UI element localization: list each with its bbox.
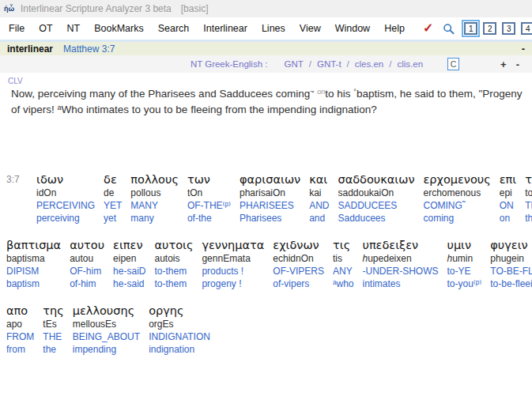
interlinear-word[interactable]: αυτουautouOF-himof-him (70, 238, 104, 290)
menu-file[interactable]: File (2, 23, 32, 34)
word-en: of-the (187, 212, 231, 225)
word-gl: AND (309, 199, 329, 212)
menu-bookmarks[interactable]: BookMarks (87, 23, 151, 34)
interlinear-word[interactable]: εχιδνωνechidnOnOF-VIPERSof-vipers (273, 238, 324, 290)
c-toggle-button[interactable]: C (447, 58, 459, 70)
interlinear-word[interactable]: ερχομενουςerchomenousCOMING˜coming (424, 172, 491, 225)
view-button-2[interactable]: 2 (483, 22, 496, 35)
word-gk: ερχομενους (424, 172, 491, 187)
interlinear-word[interactable]: πολλουςpollousMANYmany (130, 172, 179, 225)
interlinear-grid: 3:7ιδωνidOnPERCEIVINGperceivingδεdeYETye… (6, 172, 532, 356)
interlinear-word[interactable]: υπεδειξενhupedeixen-UNDER-SHOWSintimates (363, 238, 439, 290)
word-tr: pharisaiOn (240, 187, 300, 199)
source-separator: / (389, 59, 391, 69)
menu-interlinear[interactable]: Interlinear (196, 23, 255, 34)
menu-view[interactable]: View (292, 23, 328, 34)
word-tr: echidnOn (273, 253, 324, 265)
interlinear-word[interactable]: καιkaiANDand (309, 172, 329, 225)
word-tr: tOn (187, 187, 231, 199)
word-gk: αυτου (70, 238, 104, 253)
menu-help[interactable]: Help (377, 23, 412, 34)
word-gk: των (187, 172, 231, 187)
source-gnt-t[interactable]: GNT-t (317, 59, 341, 69)
interlinear-word[interactable]: τοtoTHEthe (525, 172, 532, 225)
check-icon[interactable]: ✓ (423, 22, 433, 35)
interlinear-row: αποapoFROMfromτηςtEsTHEtheμελλουσηςmello… (6, 304, 532, 356)
interlinear-word[interactable]: φυγεινphugeinTO-BE-FLEEINGto-be-fleeing (490, 238, 532, 290)
interlinear-word[interactable]: ιδωνidOnPERCEIVINGperceiving (36, 172, 95, 225)
word-gl: TO-BE-FLEEING (490, 265, 532, 277)
word-gk: ιδων (36, 172, 95, 187)
word-tr: tis (333, 253, 353, 265)
word-en: of-him (70, 277, 104, 290)
menu-ot[interactable]: OT (32, 23, 59, 34)
zoom-out-button[interactable]: - (511, 58, 524, 70)
word-en: yet (104, 212, 122, 225)
current-reference[interactable]: Matthew 3:7 (63, 43, 115, 55)
interlinear-word[interactable]: οργηςorgEsINDIGNATIONindignation (149, 304, 210, 356)
interlinear-word[interactable]: τιςtisANYᵃwho (333, 238, 353, 290)
word-gk: απο (6, 304, 34, 319)
interlinear-word[interactable]: τωνtOnOF-THE⁽ᵖ⁾of-the (187, 172, 231, 225)
word-tr: humin (447, 253, 482, 265)
window-title: Interlinear Scripture Analyzer 3 beta (21, 3, 172, 14)
word-gk: βαπτισμα (6, 238, 61, 253)
zoom-in-button[interactable]: + (496, 58, 511, 70)
source-gnt[interactable]: GNT (284, 59, 303, 69)
interlinear-word[interactable]: τηςtEsTHEthe (43, 304, 63, 356)
word-gk: υπεδειξεν (363, 238, 439, 253)
word-gl: ANY (333, 265, 353, 277)
interlinear-word[interactable]: υμινhuminto-YEto-you⁽ᵖ⁾ (447, 238, 482, 290)
word-gl: PERCEIVING (36, 199, 95, 212)
word-en: the (525, 212, 532, 225)
word-tr: orgEs (149, 319, 210, 330)
interlinear-word[interactable]: αποapoFROMfrom (6, 304, 34, 356)
source-separator: / (309, 59, 311, 69)
word-en: indignation (149, 343, 210, 356)
word-tr: tEs (43, 319, 63, 330)
interlinear-word[interactable]: φαρισαιωνpharisaiOnPHARISEESPharisees (240, 172, 300, 225)
word-gl: INDIGNATION (149, 330, 210, 343)
word-gl: OF-VIPERS (273, 265, 324, 277)
interlinear-word[interactable]: αυτοιςautoisto-themto-them (154, 238, 193, 290)
interlinear-word[interactable]: δεdeYETyet (104, 172, 122, 225)
word-tr: phugein (490, 253, 532, 265)
interlinear-word[interactable]: βαπτισμαbaptismaDIPISMbaptism (6, 238, 61, 290)
word-gk: ειπεν (113, 238, 145, 253)
word-tr: mellousEs (73, 319, 140, 330)
interlinear-word[interactable]: γεννηματαgennEmataproducts !progeny ! (202, 238, 264, 290)
menu-nt[interactable]: NT (60, 23, 88, 34)
verse-segment: to his (325, 88, 353, 100)
interlinear-word[interactable]: ειπενeipenhe-saiDhe-said (113, 238, 145, 290)
word-gl: OF-THE⁽ᵖ⁾ (187, 199, 231, 212)
view-button-4[interactable]: 4 (521, 22, 532, 35)
word-gl: -UNDER-SHOWS (363, 265, 439, 277)
word-tr: pollous (130, 187, 179, 199)
word-tr: idOn (36, 187, 95, 199)
menu-window[interactable]: Window (328, 23, 377, 34)
sources-label: NT Greek-English : (191, 59, 268, 69)
menu-lines[interactable]: Lines (255, 23, 292, 34)
verse-text: Now, perceiving many of the Pharisees an… (11, 86, 524, 119)
content-area: CLV Now, perceiving many of the Pharisee… (0, 73, 532, 356)
view-button-3[interactable]: 3 (502, 22, 515, 35)
interlinear-word[interactable]: μελλουσηςmellousEsBEING_ABOUTimpending (73, 304, 140, 356)
word-tr: baptisma (6, 253, 61, 265)
word-en: Sadducees (338, 212, 414, 225)
view-button-1[interactable]: 1 (464, 22, 477, 35)
word-gk: αυτοις (154, 238, 193, 253)
interlinear-word[interactable]: επιepiONon (500, 172, 516, 225)
word-gk: πολλους (130, 172, 179, 187)
source-clis-en[interactable]: clis.en (397, 59, 423, 69)
source-separator: / (347, 59, 349, 69)
word-tr: de (104, 187, 122, 199)
view-button-group: 1 2 3 4 5 ↶ (464, 22, 532, 35)
menu-search[interactable]: Search (151, 23, 197, 34)
source-cles-en[interactable]: cles.en (355, 59, 383, 69)
collapse-button[interactable]: - (522, 43, 525, 55)
interlinear-row: βαπτισμαbaptismaDIPISMbaptismαυτουautouO… (6, 238, 532, 290)
search-icon[interactable] (443, 23, 455, 35)
interlinear-word[interactable]: σαδδουκαιωνsaddoukaiOnSADDUCEESSadducees (338, 172, 414, 225)
word-gk: εχιδνων (273, 238, 324, 253)
app-window: ἡὦ Interlinear Scripture Analyzer 3 beta… (0, 0, 532, 356)
